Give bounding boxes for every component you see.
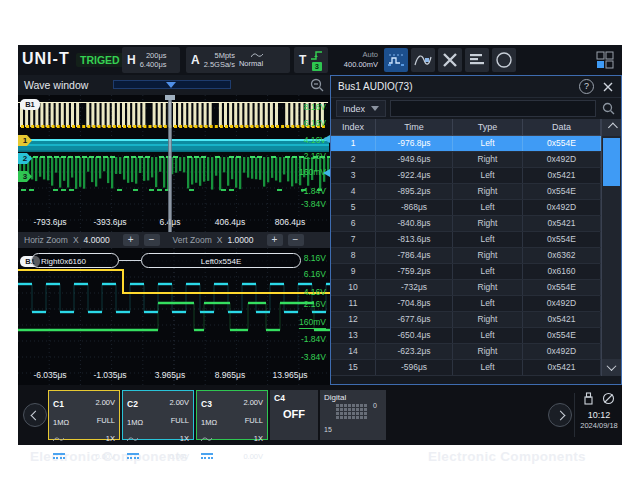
display-layout-button[interactable] xyxy=(596,51,614,69)
vert-zoom-in-button[interactable]: + xyxy=(267,234,283,246)
wave-window-title: Wave window xyxy=(24,79,88,91)
cell-c1: -976.8μs xyxy=(376,136,453,151)
scrollbar-thumb[interactable] xyxy=(603,138,620,186)
scroll-down-button[interactable] xyxy=(602,359,621,376)
cell-c0: 2 xyxy=(331,152,376,167)
pan-position-marker[interactable] xyxy=(166,82,176,88)
bus-decode-tool-button[interactable] xyxy=(384,48,408,72)
expand-right-button[interactable] xyxy=(548,403,572,427)
vert-zoom-out-button[interactable]: − xyxy=(288,234,304,246)
card-row: C32.00V xyxy=(201,393,263,411)
trigger-info: Auto 400.00mV xyxy=(332,51,378,69)
voltage-label: 2.16V xyxy=(304,299,326,310)
digital-channel-dot xyxy=(360,412,363,415)
card-value: 2.00V xyxy=(95,398,115,407)
channel-c1-card[interactable]: C12.00V1MΩFULL1X0.00V xyxy=(48,390,120,440)
channel3-level-marker[interactable] xyxy=(323,169,330,177)
channel-name: C4 xyxy=(274,393,285,403)
dc-coupling-icon xyxy=(201,447,213,465)
table-row[interactable]: 3-922.4μsLeft0x5421 xyxy=(331,168,601,184)
voltage-label: 6.16V xyxy=(304,118,326,129)
scrollbar-track[interactable] xyxy=(602,136,621,359)
table-row[interactable]: 14-623.2μsRight0x492D xyxy=(331,344,601,360)
channel-c2-card[interactable]: C22.00V1MΩFULL1X0.00V xyxy=(122,390,194,440)
cross-tool-button[interactable] xyxy=(438,48,462,72)
chevron-down-icon xyxy=(607,361,617,371)
table-row[interactable]: 2-949.6μsRight0x492D xyxy=(331,152,601,168)
cell-c0: 9 xyxy=(331,264,376,279)
cell-c3: 0x554E xyxy=(523,328,601,343)
cell-c3: 0x6362 xyxy=(523,248,601,263)
channel-c4-card[interactable]: C4 OFF xyxy=(270,390,318,440)
cell-c2: Left xyxy=(453,136,523,151)
card-value: 1X xyxy=(254,434,263,443)
horizontal-menu-button[interactable]: H 200μs 6.400μs xyxy=(122,47,180,73)
digital-channel-dot xyxy=(340,416,343,419)
help-icon[interactable]: ? xyxy=(579,79,594,94)
zoom-cursor-handle[interactable] xyxy=(165,95,175,100)
wave-zoom-plot[interactable]: B1 Right0x6160 Left0x554E 8.16V6.16V4.16… xyxy=(18,248,330,385)
scroll-up-button[interactable] xyxy=(602,119,621,136)
table-row[interactable]: 8-786.4μsRight0x6362 xyxy=(331,248,601,264)
card-value: 1X xyxy=(180,434,189,443)
impedance-value: 1MΩ xyxy=(201,411,217,429)
table-row[interactable]: 4-895.2μsRight0x554E xyxy=(331,184,601,200)
bus-b1-pill[interactable]: B1 xyxy=(20,99,40,110)
table-row[interactable]: 9-759.2μsLeft0x6160 xyxy=(331,264,601,280)
table-row[interactable]: 5-868μsLeft0x492D xyxy=(331,200,601,216)
cell-c2: Right xyxy=(453,344,523,359)
bus-decode-panel: Bus1 AUDIO(73) ? Index xyxy=(330,75,622,385)
oscilloscope-app: UNI-T TRIGED H 200μs 6.400μs A 5Mpts 2.5… xyxy=(18,45,622,445)
search-input[interactable] xyxy=(390,100,596,117)
circle-tool-button[interactable] xyxy=(492,48,516,72)
time-label: 8.965μs xyxy=(200,370,260,380)
collapse-left-button[interactable] xyxy=(23,403,47,427)
table-scrollbar xyxy=(601,119,621,376)
usb-icon xyxy=(583,391,594,409)
horiz-zoom-out-button[interactable]: − xyxy=(144,234,160,246)
cell-c1: -759.2μs xyxy=(376,264,453,279)
cell-c0: 1 xyxy=(331,136,376,151)
trigger-menu-button[interactable]: T 3 xyxy=(294,47,328,73)
table-row[interactable]: 12-677.6μsRight0x5421 xyxy=(331,312,601,328)
close-icon[interactable] xyxy=(602,81,614,93)
acquire-menu-button[interactable]: A 5Mpts 2.5GSa/s Normal xyxy=(186,47,290,73)
decode-frame-link xyxy=(119,260,141,261)
digital-channel-dot xyxy=(348,404,351,407)
filter-dropdown[interactable]: Index xyxy=(336,100,386,117)
table-row[interactable]: 13-650.4μsLeft0x554E xyxy=(331,328,601,344)
cell-c3: 0x5421 xyxy=(523,312,601,327)
zoom-window-cursor[interactable] xyxy=(168,95,172,232)
digital-channel-dot xyxy=(352,412,355,415)
channel-c3-card[interactable]: C32.00V1MΩFULL1X0.00V xyxy=(196,390,268,440)
histogram-tool-button[interactable] xyxy=(465,48,489,72)
digital-channel-dot xyxy=(336,416,339,419)
cell-c3: 0x492D xyxy=(523,344,601,359)
digital-channel-dot xyxy=(356,412,359,415)
pan-slider[interactable] xyxy=(113,80,231,89)
table-row[interactable]: 15-596μsLeft0x5421 xyxy=(331,360,601,376)
card-value: FULL xyxy=(171,416,189,425)
search-icon[interactable] xyxy=(600,102,616,115)
digital-channel-dot xyxy=(340,404,343,407)
zoom-out-icon[interactable] xyxy=(310,78,324,96)
uni-t-logo: UNI-T xyxy=(22,50,70,68)
channel-status-bar: C12.00V1MΩFULL1X0.00VC22.00V1MΩFULL1X0.0… xyxy=(18,385,622,445)
table-row[interactable]: 6-840.8μsRight0x5421 xyxy=(331,216,601,232)
cell-c3: 0x554E xyxy=(523,232,601,247)
card-row: 1X xyxy=(201,429,263,447)
table-row[interactable]: 7-813.6μsLeft0x554E xyxy=(331,232,601,248)
math-tool-button[interactable] xyxy=(411,48,435,72)
cell-c2: Right xyxy=(453,248,523,263)
cell-c2: Right xyxy=(453,216,523,231)
cell-c3: 0x492D xyxy=(523,152,601,167)
digital-channels-card[interactable]: Digital 0 15 xyxy=(320,390,386,440)
table-row[interactable]: 1-976.8μsLeft0x554E xyxy=(331,136,601,152)
table-row[interactable]: 11-704.8μsLeft0x492D xyxy=(331,296,601,312)
wave-overview-plot[interactable]: B1 8.16V6.16V4.16V2.16V160mV-1.84V-3.84V… xyxy=(18,95,330,232)
cell-c0: 12 xyxy=(331,312,376,327)
table-row[interactable]: 10-732μsRight0x554E xyxy=(331,280,601,296)
horiz-zoom-in-button[interactable]: + xyxy=(123,234,139,246)
channel2-level-marker[interactable] xyxy=(323,135,330,143)
voltage-label: -3.84V xyxy=(301,199,326,210)
